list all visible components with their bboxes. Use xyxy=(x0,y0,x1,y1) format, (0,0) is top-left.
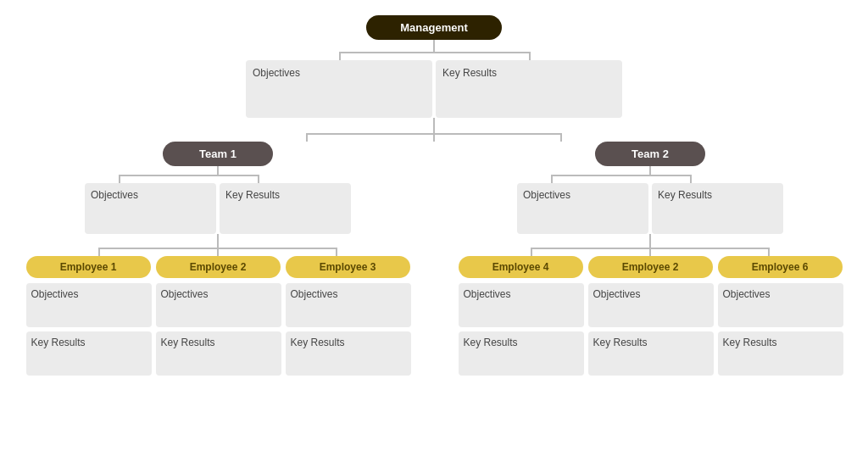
team2-objectives-card: Objectives xyxy=(517,183,648,234)
team1-objectives-card: Objectives xyxy=(85,183,216,234)
management-objectives-card: Objectives xyxy=(246,60,432,118)
team2-emp2-obj-label: Objectives xyxy=(593,288,641,300)
team1-emp2-header[interactable]: Employee 2 xyxy=(156,256,281,278)
team1-v3 xyxy=(258,175,259,183)
teams-row: Team 1 Objectives Key Results xyxy=(19,142,849,376)
team1-emp1-keyresults: Key Results xyxy=(26,331,152,376)
team2-to-emp-connector xyxy=(506,234,794,256)
team1-block: Team 1 Objectives Key Results xyxy=(19,142,417,376)
team1-v1 xyxy=(217,166,219,175)
team2-emp1-keyresults: Key Results xyxy=(459,331,584,376)
team2-emp1-objectives: Objectives xyxy=(459,283,584,327)
team2-emp3-keyresults: Key Results xyxy=(718,331,843,376)
team2-emp2-header[interactable]: Employee 2 xyxy=(588,256,713,278)
team2-emp1-block: Employee 4 Objectives Key Results xyxy=(459,256,583,376)
team2-emp3-kr-label: Key Results xyxy=(723,337,777,348)
team1-employees-row: Employee 1 Objectives Key Results Employ… xyxy=(26,256,410,376)
team2-emp3-obj-label: Objectives xyxy=(723,288,771,300)
team2-emp2-keyresults: Key Results xyxy=(588,331,714,376)
management-level: Management Objectives Key Results xyxy=(246,15,622,118)
team2-emp2-objectives: Objectives xyxy=(588,283,714,327)
team1-emp3-kr-label: Key Results xyxy=(291,337,345,348)
team1-objectives-label: Objectives xyxy=(91,189,138,201)
team1-cards: Objectives Key Results xyxy=(85,183,351,234)
team2-block: Team 2 Objectives Key Results xyxy=(451,142,849,376)
team1-emp3-obj-label: Objectives xyxy=(291,288,338,300)
connector-h1 xyxy=(339,52,531,53)
team1-emp1-objectives: Objectives xyxy=(26,283,152,327)
team1-emp2-objectives: Objectives xyxy=(156,283,281,327)
team2-emp2-kr-label: Key Results xyxy=(593,337,648,348)
team2-header[interactable]: Team 2 xyxy=(595,142,705,166)
team1-emp2-keyresults: Key Results xyxy=(156,331,281,376)
team2-cards-wrap: Objectives Key Results xyxy=(517,175,783,234)
team1-emp1-obj-label: Objectives xyxy=(31,288,79,300)
team2-key-results-label: Key Results xyxy=(658,189,712,201)
team2-emp1-obj-label: Objectives xyxy=(464,288,511,300)
team2-objectives-label: Objectives xyxy=(523,189,570,201)
management-key-results-label: Key Results xyxy=(442,67,497,79)
chart-container: Management Objectives Key Results xyxy=(0,0,868,384)
connector-v1 xyxy=(433,40,435,52)
management-key-results-card: Key Results xyxy=(436,60,622,118)
team1-emp3-block: Employee 3 Objectives Key Results xyxy=(286,256,410,376)
team2-h1 xyxy=(551,175,690,176)
team1-emp3-keyresults: Key Results xyxy=(286,331,411,376)
team1-emp1-header[interactable]: Employee 1 xyxy=(26,256,151,278)
team2-emp2-block: Employee 2 Objectives Key Results xyxy=(588,256,713,376)
team2-emp1-kr-label: Key Results xyxy=(464,337,518,348)
mgmt-cards-row: Objectives Key Results xyxy=(246,52,622,118)
team1-cards-wrap: Objectives Key Results xyxy=(85,175,351,234)
team1-emp2-obj-label: Objectives xyxy=(161,288,209,300)
team2-emp1-header[interactable]: Employee 4 xyxy=(459,256,583,278)
team2-v1 xyxy=(649,166,651,175)
team1-emp3-objectives: Objectives xyxy=(286,283,411,327)
team1-emp2-block: Employee 2 Objectives Key Results xyxy=(156,256,281,376)
team1-v2 xyxy=(119,175,120,183)
team1-emp1-kr-label: Key Results xyxy=(31,337,86,348)
management-objectives-label: Objectives xyxy=(253,67,300,79)
team2-key-results-card: Key Results xyxy=(652,183,783,234)
team2-v2 xyxy=(551,175,553,183)
mgmt-to-teams-connector xyxy=(214,118,654,142)
team1-h1 xyxy=(119,175,258,176)
team2-cards: Objectives Key Results xyxy=(517,183,783,234)
team2-employees-row: Employee 4 Objectives Key Results Employ… xyxy=(459,256,843,376)
team2-v3 xyxy=(690,175,692,183)
team1-key-results-card: Key Results xyxy=(220,183,351,234)
team2-emp3-block: Employee 6 Objectives Key Results xyxy=(718,256,843,376)
team1-key-results-label: Key Results xyxy=(225,189,280,201)
team1-header[interactable]: Team 1 xyxy=(163,142,273,166)
team2-emp3-objectives: Objectives xyxy=(718,283,843,327)
management-header[interactable]: Management xyxy=(366,15,502,40)
team1-emp3-header[interactable]: Employee 3 xyxy=(286,256,410,278)
team1-to-emp-connector xyxy=(74,234,362,256)
team1-emp2-kr-label: Key Results xyxy=(161,337,215,348)
team2-emp3-header[interactable]: Employee 6 xyxy=(718,256,843,278)
team1-emp1-block: Employee 1 Objectives Key Results xyxy=(26,256,151,376)
